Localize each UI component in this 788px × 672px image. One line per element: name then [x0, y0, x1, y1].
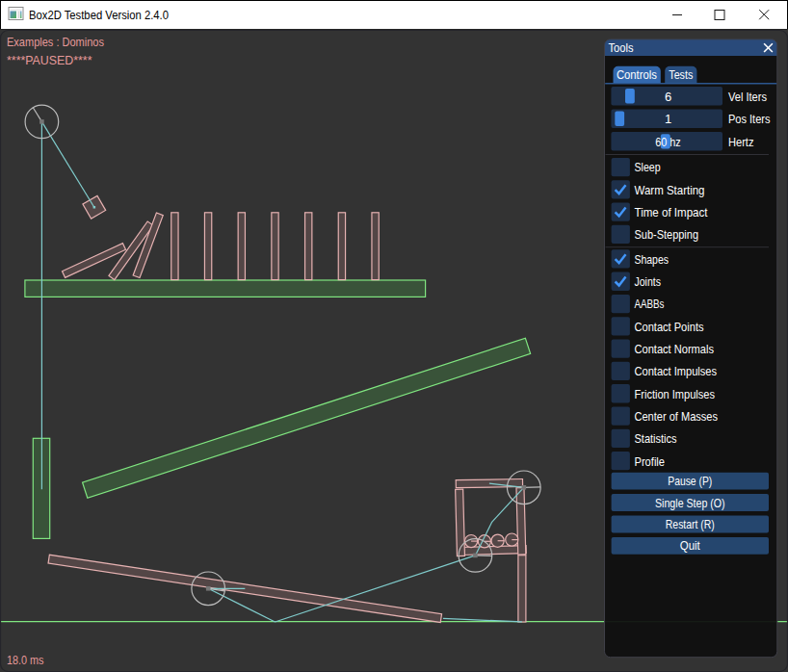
svg-text:Hertz: Hertz [728, 135, 754, 149]
svg-text:Sub-Stepping: Sub-Stepping [635, 227, 699, 242]
svg-text:Restart (R): Restart (R) [666, 517, 715, 531]
svg-text:Quit: Quit [680, 538, 700, 553]
svg-text:Statistics: Statistics [635, 431, 677, 446]
svg-text:Profile: Profile [635, 454, 666, 469]
svg-text:Contact Impulses: Contact Impulses [635, 364, 718, 378]
svg-text:Tools: Tools [609, 40, 634, 55]
svg-text:Box2D Testbed Version 2.4.0: Box2D Testbed Version 2.4.0 [29, 9, 169, 22]
svg-text:Sleep: Sleep [635, 160, 661, 174]
svg-text:****PAUSED****: ****PAUSED**** [7, 53, 92, 67]
svg-text:Center of Masses: Center of Masses [635, 409, 719, 424]
svg-text:6: 6 [665, 90, 671, 104]
svg-text:Time of Impact: Time of Impact [635, 205, 708, 220]
svg-text:Friction Impulses: Friction Impulses [635, 387, 716, 401]
svg-text:Controls: Controls [617, 67, 657, 82]
svg-text:Shapes: Shapes [635, 252, 670, 267]
svg-text:Contact Points: Contact Points [635, 320, 704, 334]
svg-text:Pos Iters: Pos Iters [728, 112, 771, 126]
svg-text:Single Step (O): Single Step (O) [655, 496, 725, 510]
svg-text:1: 1 [665, 112, 671, 126]
svg-text:Warm Starting: Warm Starting [635, 183, 705, 197]
svg-text:Joints: Joints [635, 274, 662, 289]
svg-text:18.0 ms: 18.0 ms [7, 653, 44, 667]
svg-text:Tests: Tests [669, 67, 693, 82]
svg-text:Examples : Dominos: Examples : Dominos [7, 35, 104, 49]
svg-text:60 hz: 60 hz [655, 135, 681, 149]
svg-text:AABBs: AABBs [635, 297, 665, 311]
svg-text:Pause (P): Pause (P) [668, 474, 712, 488]
svg-text:Vel Iters: Vel Iters [728, 90, 767, 104]
svg-text:Contact Normals: Contact Normals [635, 342, 715, 356]
